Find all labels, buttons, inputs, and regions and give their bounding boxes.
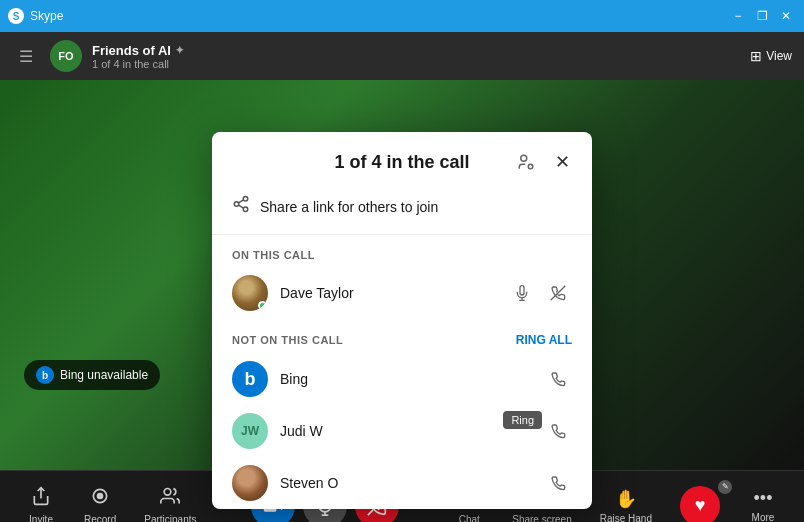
menu-icon[interactable]: ☰: [12, 42, 40, 70]
svg-point-3: [234, 202, 239, 207]
close-modal-button[interactable]: ✕: [548, 148, 576, 176]
share-link-icon: [232, 195, 250, 218]
participants-icon: [160, 486, 180, 511]
end-call-button-dave[interactable]: [544, 279, 572, 307]
raise-hand-button[interactable]: ✋ Raise Hand: [590, 482, 662, 523]
not-on-call-header: NOT ON THIS CALL: [232, 334, 343, 346]
modal-title: 1 of 4 in the call: [334, 152, 469, 173]
participants-modal: 1 of 4 in the call ✕: [212, 132, 592, 509]
participant-row-steven: Steven O: [212, 457, 592, 509]
svg-point-12: [98, 494, 103, 499]
mute-button-dave[interactable]: [508, 279, 536, 307]
svg-point-2: [243, 197, 248, 202]
app-icon: S: [8, 8, 24, 24]
grid-icon: ⊞: [750, 48, 762, 64]
react-button[interactable]: ♥ ✎: [670, 480, 730, 523]
invite-button[interactable]: Invite: [16, 480, 66, 522]
group-avatar: FO: [50, 40, 82, 72]
group-sub: 1 of 4 in the call: [92, 58, 184, 70]
svg-point-13: [165, 489, 172, 496]
toolbar-left: Invite Record Participants: [16, 480, 207, 522]
svg-point-4: [243, 207, 248, 212]
svg-line-6: [238, 200, 243, 203]
maximize-button[interactable]: ❐: [752, 6, 772, 26]
on-this-call-header: ON THIS CALL: [212, 235, 592, 267]
bing-name: Bing: [280, 371, 532, 387]
dave-actions: [508, 279, 572, 307]
raise-hand-icon: ✋: [615, 488, 637, 510]
ring-button-bing[interactable]: [544, 365, 572, 393]
judi-actions: Ring: [544, 417, 572, 445]
react-heart-icon: ♥: [680, 486, 720, 523]
react-edit-badge: ✎: [718, 480, 732, 494]
not-on-call-section: NOT ON THIS CALL RING ALL: [212, 319, 592, 353]
record-icon: [90, 486, 110, 511]
group-info: Friends of AI ✦ 1 of 4 in the call: [92, 43, 184, 70]
video-background: b Bing unavailable 1 of 4 in the call ✕: [0, 80, 804, 470]
steven-name: Steven O: [280, 475, 532, 491]
invite-icon: [31, 486, 51, 511]
modal-overlay: 1 of 4 in the call ✕: [0, 80, 804, 470]
group-name: Friends of AI ✦: [92, 43, 184, 58]
close-button[interactable]: ✕: [776, 6, 796, 26]
modal-header: 1 of 4 in the call ✕: [212, 132, 592, 185]
online-indicator: [258, 301, 267, 310]
app-name: Skype: [30, 9, 63, 23]
steven-avatar: [232, 465, 268, 501]
judi-avatar: JW: [232, 413, 268, 449]
ring-button-steven[interactable]: [544, 469, 572, 497]
bing-avatar-icon: b: [232, 361, 268, 397]
window-controls: − ❐ ✕: [728, 6, 796, 26]
title-bar: S Skype − ❐ ✕: [0, 0, 804, 32]
dave-name: Dave Taylor: [280, 285, 496, 301]
ring-tooltip: Ring: [503, 411, 542, 429]
svg-point-0: [521, 155, 527, 161]
people-settings-icon: [517, 153, 535, 171]
minimize-button[interactable]: −: [728, 6, 748, 26]
svg-line-5: [238, 205, 243, 208]
share-link-row[interactable]: Share a link for others to join: [212, 185, 592, 235]
judi-name: Judi W: [280, 423, 532, 439]
bing-actions: [544, 365, 572, 393]
view-button[interactable]: ⊞ View: [750, 48, 792, 64]
dave-avatar: [232, 275, 268, 311]
record-button[interactable]: Record: [74, 480, 126, 522]
share-link-label: Share a link for others to join: [260, 199, 438, 215]
participant-row-bing: b Bing: [212, 353, 592, 405]
ring-button-judi[interactable]: [544, 417, 572, 445]
verified-icon: ✦: [175, 44, 184, 57]
modal-header-actions: ✕: [512, 148, 576, 176]
participants-button[interactable]: Participants: [134, 480, 206, 522]
more-icon: •••: [754, 488, 773, 509]
more-button[interactable]: ••• More: [738, 482, 788, 522]
steven-actions: [544, 469, 572, 497]
participant-row-judi: JW Judi W Ring: [212, 405, 592, 457]
ring-all-button[interactable]: RING ALL: [516, 333, 572, 347]
manage-participants-button[interactable]: [512, 148, 540, 176]
app-bar: ☰ FO Friends of AI ✦ 1 of 4 in the call …: [0, 32, 804, 80]
participant-row-dave: Dave Taylor: [212, 267, 592, 319]
